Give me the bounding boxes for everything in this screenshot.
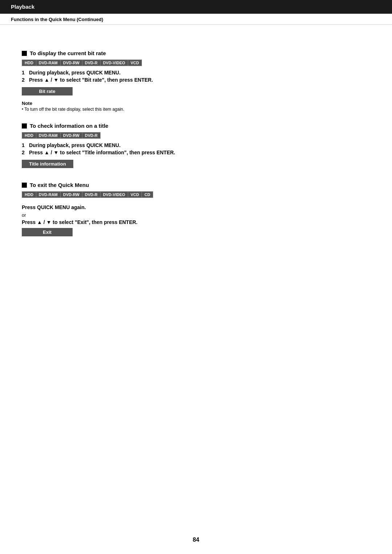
badge-dvdrw-3: DVD-RW [61,192,82,197]
badge-hdd-2: HDD [22,133,36,138]
content-area: To display the current bit rate HDD DVD-… [0,25,392,254]
title-info-icon [22,123,27,129]
bit-rate-step-1: 1 During playback, press QUICK MENU. [22,70,370,76]
title-info-steps: 1 During playback, press QUICK MENU. 2 P… [22,142,370,155]
exit-menu-icon [22,183,27,188]
badge-cd-3: CD [142,192,153,197]
section-bar-title: Functions in the Quick Menu (Continued) [11,17,103,22]
badge-dvdram-1: DVD-RAM [36,60,61,66]
title-info-step-2: 2 Press ▲ / ▼ to select "Title informati… [22,150,370,155]
section-bar: Functions in the Quick Menu (Continued) [0,13,392,25]
badge-vcd-3: VCD [128,192,142,197]
page-number: 84 [193,537,199,543]
badge-vcd-1: VCD [128,60,142,66]
title-info-badges: HDD DVD-RAM DVD-RW DVD-R [22,132,101,139]
badge-hdd-3: HDD [22,192,36,197]
bit-rate-heading: To display the current bit rate [30,50,106,56]
badge-dvdram-2: DVD-RAM [36,133,61,138]
badge-dvdr-2: DVD-R [82,133,100,138]
badge-dvdram-3: DVD-RAM [36,192,61,197]
exit-menu-section-heading: To exit the Quick Menu [22,182,370,188]
bit-rate-step-2: 2 Press ▲ / ▼ to select "Bit rate", then… [22,77,370,83]
bit-rate-section-heading: To display the current bit rate [22,50,370,56]
title-info-result: Title information [22,160,73,168]
page-wrapper: Playback Functions in the Quick Menu (Co… [0,0,392,554]
bit-rate-result: Bit rate [22,87,73,95]
badge-dvdrw-2: DVD-RW [61,133,82,138]
exit-menu-heading: To exit the Quick Menu [30,182,89,188]
exit-badges: HDD DVD-RAM DVD-RW DVD-R DVD-VIDEO VCD C… [22,191,153,198]
or-text: or [22,212,370,218]
badge-dvdrw-1: DVD-RW [61,60,82,66]
badge-hdd-1: HDD [22,60,36,66]
title-info-section-heading: To check information on a title [22,123,370,129]
bit-rate-badges: HDD DVD-RAM DVD-RW DVD-R DVD-VIDEO VCD [22,60,142,66]
title-info-heading: To check information on a title [30,123,108,129]
bit-rate-icon [22,51,27,56]
press-exit-text: Press ▲ / ▼ to select "Exit", then press… [22,219,370,225]
exit-result: Exit [22,228,73,236]
press-again-text: Press QUICK MENU again. [22,204,370,210]
header-bar: Playback [0,0,392,13]
badge-dvdvideo-1: DVD-VIDEO [101,60,128,66]
header-title: Playback [11,4,34,10]
title-info-step-1: 1 During playback, press QUICK MENU. [22,142,370,148]
badge-dvdr-1: DVD-R [82,60,101,66]
badge-dvdr-3: DVD-R [82,192,101,197]
badge-dvdvideo-3: DVD-VIDEO [101,192,128,197]
bit-rate-note: Note To turn off the bit rate display, s… [22,101,370,112]
bit-rate-steps: 1 During playback, press QUICK MENU. 2 P… [22,70,370,83]
note-title-1: Note [22,101,370,106]
note-text-1: To turn off the bit rate display, select… [22,107,370,112]
